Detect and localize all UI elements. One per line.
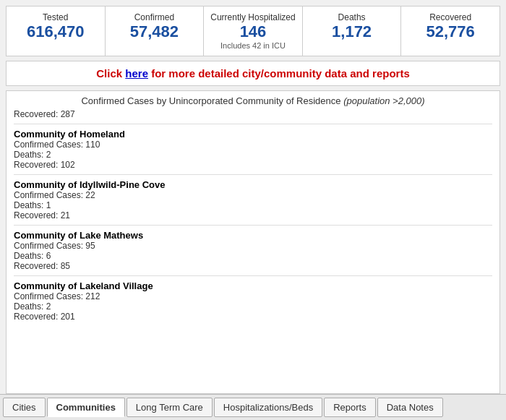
community-name-2: Community of Lake Mathews: [14, 230, 492, 241]
deaths-label: Deaths: [306, 12, 398, 22]
tested-label: Tested: [9, 12, 102, 22]
community-name-1: Community of Idyllwild-Pine Cove: [14, 179, 492, 190]
click-banner: Click here for more detailed city/commun…: [6, 61, 500, 86]
community-recovered-0: Recovered: 102: [14, 160, 492, 170]
main-content: Confirmed Cases by Unincorporated Commun…: [6, 90, 500, 394]
community-confirmed-0: Confirmed Cases: 110: [14, 140, 492, 150]
stat-tested: Tested 616,470: [7, 7, 106, 56]
stat-hospitalized: Currently Hospitalized 146 Includes 42 i…: [204, 7, 303, 56]
community-deaths-3: Deaths: 2: [14, 301, 492, 312]
stat-recovered: Recovered 52,776: [401, 7, 499, 56]
community-deaths-0: Deaths: 2: [14, 150, 492, 160]
recovered-value: 52,776: [404, 22, 497, 41]
recovered-label: Recovered: [404, 12, 497, 22]
tab-bar: Cities Communities Long Term Care Hospit…: [0, 394, 506, 420]
community-block-2: Community of Lake Mathews Confirmed Case…: [14, 230, 492, 271]
stats-row: Tested 616,470 Confirmed 57,482 Currentl…: [6, 6, 500, 56]
community-block-0: Community of Homeland Confirmed Cases: 1…: [14, 129, 492, 170]
community-confirmed-3: Confirmed Cases: 212: [14, 291, 492, 301]
community-deaths-2: Deaths: 6: [14, 251, 492, 261]
tab-cities[interactable]: Cities: [3, 398, 46, 417]
community-confirmed-1: Confirmed Cases: 22: [14, 190, 492, 200]
community-block-3: Community of Lakeland Village Confirmed …: [14, 280, 492, 322]
tab-reports[interactable]: Reports: [324, 398, 376, 417]
community-recovered-1: Recovered: 21: [14, 210, 492, 220]
stat-confirmed: Confirmed 57,482: [106, 7, 205, 56]
tab-data-notes[interactable]: Data Notes: [377, 398, 443, 417]
section-title-sub: (population >2,000): [343, 95, 424, 106]
community-name-3: Community of Lakeland Village: [14, 280, 492, 291]
community-list: Community of Homeland Confirmed Cases: 1…: [14, 129, 492, 322]
recovered-total: Recovered: 287: [14, 109, 492, 119]
divider-community-2: [14, 225, 492, 226]
banner-link[interactable]: here: [125, 67, 148, 80]
hospitalized-sub: Includes 42 in ICU: [207, 41, 299, 50]
community-recovered-3: Recovered: 201: [14, 312, 492, 322]
divider-community-1: [14, 174, 492, 175]
community-confirmed-2: Confirmed Cases: 95: [14, 241, 492, 251]
divider-community-3: [14, 275, 492, 276]
community-deaths-1: Deaths: 1: [14, 200, 492, 210]
community-name-0: Community of Homeland: [14, 129, 492, 140]
deaths-value: 1,172: [306, 22, 398, 41]
banner-suffix: for more detailed city/community data an…: [148, 67, 410, 80]
community-recovered-2: Recovered: 85: [14, 261, 492, 271]
tab-communities[interactable]: Communities: [47, 398, 125, 417]
tab-long-term-care[interactable]: Long Term Care: [126, 398, 213, 417]
tab-hospitalizations-beds[interactable]: Hospitalizations/Beds: [214, 398, 322, 417]
section-title: Confirmed Cases by Unincorporated Commun…: [14, 95, 492, 106]
confirmed-label: Confirmed: [108, 12, 201, 22]
tested-value: 616,470: [9, 22, 102, 41]
stat-deaths: Deaths 1,172: [303, 7, 402, 56]
hospitalized-value: 146: [207, 22, 299, 41]
divider-0: [14, 124, 492, 124]
banner-prefix: Click: [96, 67, 125, 80]
section-title-text: Confirmed Cases by Unincorporated Commun…: [81, 95, 340, 106]
community-block-1: Community of Idyllwild-Pine Cove Confirm…: [14, 179, 492, 220]
confirmed-value: 57,482: [108, 22, 201, 41]
hospitalized-label: Currently Hospitalized: [207, 12, 299, 22]
